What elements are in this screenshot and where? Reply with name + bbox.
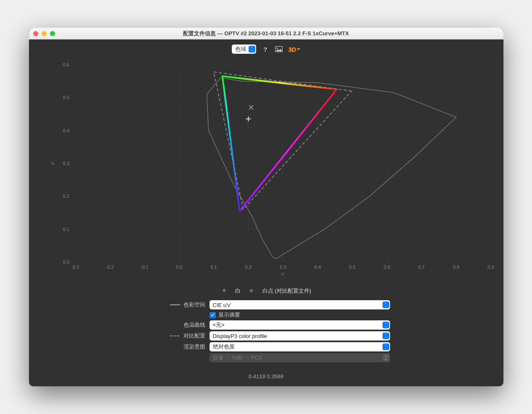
controls: 色彩空间 CIE u'v' 显示摘要 色温曲线 <无> 对比配置 Display… [29, 299, 503, 371]
temp-curve-select[interactable]: <无> [210, 320, 390, 330]
dropdown-arrow-icon [297, 48, 300, 50]
direction-select: 设备 → A2B → PCS [210, 353, 390, 362]
svg-text:-0.2: -0.2 [106, 265, 114, 270]
label-temp-curve: 色温曲线 [183, 321, 205, 329]
svg-text:0.4: 0.4 [63, 128, 69, 133]
3d-toggle[interactable]: 3D [288, 46, 300, 53]
label-color-space: 色彩空间 [183, 301, 205, 309]
svg-text:0.5: 0.5 [349, 265, 355, 270]
label-show-summary: 显示摘要 [218, 311, 240, 319]
svg-text:-0.1: -0.1 [140, 265, 148, 270]
svg-text:0.6: 0.6 [63, 62, 69, 67]
dashed-line-icon [170, 335, 180, 336]
label-rendering: 渲染意图 [183, 343, 205, 351]
svg-text:0.8: 0.8 [453, 265, 459, 270]
rendering-intent-select[interactable]: 绝对色度 [210, 342, 390, 351]
picture-icon[interactable] [275, 45, 283, 53]
dropdown-icon [383, 343, 389, 350]
dropdown-icon [383, 333, 389, 339]
svg-text:0.5: 0.5 [63, 95, 69, 100]
svg-text:0.3: 0.3 [280, 265, 286, 270]
zoom-button[interactable] [50, 31, 55, 36]
svg-text:0.0: 0.0 [63, 259, 69, 265]
legend-white: 白 [235, 287, 241, 295]
solid-line-icon [170, 304, 180, 305]
svg-line-45 [239, 89, 336, 211]
dropdown-icon [383, 322, 389, 328]
svg-text:0.6: 0.6 [383, 265, 390, 270]
toolbar: 色域 ? 3D [29, 39, 503, 56]
svg-text:0.3: 0.3 [63, 161, 69, 166]
svg-text:0.0: 0.0 [176, 265, 182, 270]
dropdown-icon [383, 354, 389, 361]
titlebar: 配置文件信息 — OPTV #2 2023-01-03 16-51 2.2 F-… [29, 28, 503, 39]
svg-text:0.7: 0.7 [418, 265, 425, 270]
svg-point-1 [276, 48, 278, 49]
view-select[interactable]: 色域 [232, 45, 256, 54]
svg-text:0.2: 0.2 [245, 265, 251, 270]
svg-text:u': u' [281, 271, 284, 276]
show-summary-checkbox[interactable] [210, 312, 216, 318]
gamut-plot[interactable]: -0.3-0.2-0.10.00.10.20.30.40.50.60.70.80… [29, 56, 503, 283]
plus-icon: + [221, 286, 228, 295]
legend-whitepoint: 白点 (对比配置文件) [262, 287, 311, 295]
svg-text:0.9: 0.9 [487, 265, 494, 270]
label-compare: 对比配置 [183, 332, 205, 340]
coord-readout: 0.4119 0.3588 [29, 371, 503, 386]
window-title: 配置文件信息 — OPTV #2 2023-01-03 16-51 2.2 F-… [29, 30, 503, 37]
svg-text:0.2: 0.2 [63, 194, 69, 199]
minimize-button[interactable] [42, 31, 47, 36]
legend-row: + 白 ✕ 白点 (对比配置文件) [29, 283, 503, 299]
svg-text:-0.3: -0.3 [71, 265, 79, 270]
color-space-select[interactable]: CIE u'v' [210, 300, 390, 309]
dropdown-icon [383, 301, 389, 308]
svg-text:0.1: 0.1 [210, 265, 217, 270]
compare-profile-select[interactable]: DisplayP3 color profile [210, 331, 390, 341]
view-select-value: 色域 [235, 45, 246, 53]
svg-text:v': v' [50, 162, 55, 165]
svg-text:0.4: 0.4 [314, 265, 320, 270]
close-button[interactable] [33, 31, 38, 36]
svg-text:0.1: 0.1 [63, 227, 69, 232]
dropdown-icon [249, 46, 255, 52]
3d-label: 3D [288, 46, 296, 53]
x-icon: ✕ [248, 288, 255, 294]
help-icon[interactable]: ? [261, 45, 270, 53]
